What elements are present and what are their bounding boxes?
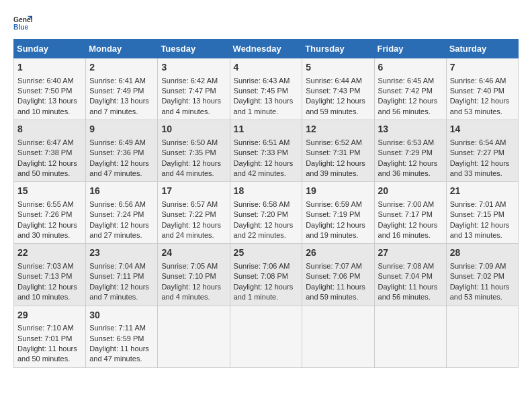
table-row: 15Sunrise: 6:55 AMSunset: 7:26 PMDayligh… xyxy=(14,182,86,244)
table-row: 11Sunrise: 6:51 AMSunset: 7:33 PMDayligh… xyxy=(230,120,302,182)
table-row xyxy=(158,306,230,367)
table-row: 21Sunrise: 7:01 AMSunset: 7:15 PMDayligh… xyxy=(446,182,518,244)
table-row: 12Sunrise: 6:52 AMSunset: 7:31 PMDayligh… xyxy=(302,120,374,182)
table-row: 24Sunrise: 7:05 AMSunset: 7:10 PMDayligh… xyxy=(158,244,230,306)
col-header-thursday: Thursday xyxy=(302,40,374,58)
table-row: 23Sunrise: 7:04 AMSunset: 7:11 PMDayligh… xyxy=(86,244,158,306)
table-row: 16Sunrise: 6:56 AMSunset: 7:24 PMDayligh… xyxy=(86,182,158,244)
logo-icon: General Blue xyxy=(13,13,32,32)
table-row xyxy=(446,306,518,367)
table-row: 30Sunrise: 7:11 AMSunset: 6:59 PMDayligh… xyxy=(86,306,158,367)
table-row: 5Sunrise: 6:44 AMSunset: 7:43 PMDaylight… xyxy=(302,58,374,120)
col-header-saturday: Saturday xyxy=(446,40,518,58)
table-row: 4Sunrise: 6:43 AMSunset: 7:45 PMDaylight… xyxy=(230,58,302,120)
table-row: 28Sunrise: 7:09 AMSunset: 7:02 PMDayligh… xyxy=(446,244,518,306)
col-header-wednesday: Wednesday xyxy=(230,40,302,58)
table-row: 20Sunrise: 7:00 AMSunset: 7:17 PMDayligh… xyxy=(374,182,446,244)
table-row: 10Sunrise: 6:50 AMSunset: 7:35 PMDayligh… xyxy=(158,120,230,182)
table-row: 13Sunrise: 6:53 AMSunset: 7:29 PMDayligh… xyxy=(374,120,446,182)
table-row: 19Sunrise: 6:59 AMSunset: 7:19 PMDayligh… xyxy=(302,182,374,244)
table-row: 3Sunrise: 6:42 AMSunset: 7:47 PMDaylight… xyxy=(158,58,230,120)
table-row: 9Sunrise: 6:49 AMSunset: 7:36 PMDaylight… xyxy=(86,120,158,182)
table-row: 8Sunrise: 6:47 AMSunset: 7:38 PMDaylight… xyxy=(14,120,86,182)
table-row: 1Sunrise: 6:40 AMSunset: 7:50 PMDaylight… xyxy=(14,58,86,120)
table-row xyxy=(230,306,302,367)
svg-text:Blue: Blue xyxy=(13,24,29,31)
table-row: 18Sunrise: 6:58 AMSunset: 7:20 PMDayligh… xyxy=(230,182,302,244)
table-row xyxy=(302,306,374,367)
table-row: 14Sunrise: 6:54 AMSunset: 7:27 PMDayligh… xyxy=(446,120,518,182)
table-row: 7Sunrise: 6:46 AMSunset: 7:40 PMDaylight… xyxy=(446,58,518,120)
table-row: 17Sunrise: 6:57 AMSunset: 7:22 PMDayligh… xyxy=(158,182,230,244)
col-header-tuesday: Tuesday xyxy=(158,40,230,58)
table-row: 26Sunrise: 7:07 AMSunset: 7:06 PMDayligh… xyxy=(302,244,374,306)
table-row xyxy=(374,306,446,367)
col-header-sunday: Sunday xyxy=(14,40,86,58)
logo: General Blue xyxy=(13,13,35,32)
table-row: 6Sunrise: 6:45 AMSunset: 7:42 PMDaylight… xyxy=(374,58,446,120)
table-row: 2Sunrise: 6:41 AMSunset: 7:49 PMDaylight… xyxy=(86,58,158,120)
col-header-friday: Friday xyxy=(374,40,446,58)
table-row: 25Sunrise: 7:06 AMSunset: 7:08 PMDayligh… xyxy=(230,244,302,306)
table-row: 27Sunrise: 7:08 AMSunset: 7:04 PMDayligh… xyxy=(374,244,446,306)
col-header-monday: Monday xyxy=(86,40,158,58)
table-row: 22Sunrise: 7:03 AMSunset: 7:13 PMDayligh… xyxy=(14,244,86,306)
table-row: 29Sunrise: 7:10 AMSunset: 7:01 PMDayligh… xyxy=(14,306,86,367)
calendar-table: SundayMondayTuesdayWednesdayThursdayFrid… xyxy=(13,39,519,368)
